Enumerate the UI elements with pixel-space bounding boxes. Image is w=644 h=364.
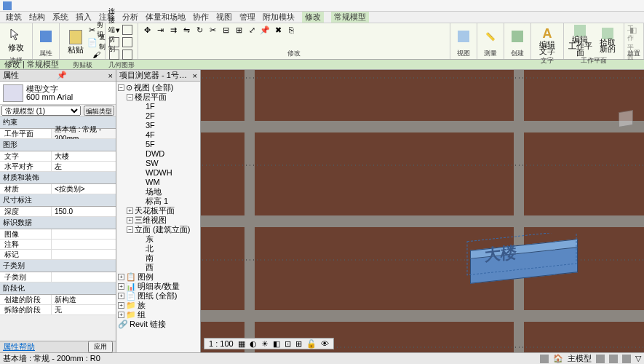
rotate-icon[interactable]: ↻ (194, 24, 205, 36)
copy2-icon[interactable]: ⎘ (285, 24, 297, 36)
sb-icon-2[interactable] (596, 355, 605, 363)
tree-legends[interactable]: +📋 图例 (118, 272, 199, 282)
tree-links[interactable]: 🔗 Revit 链接 (118, 320, 199, 329)
mark-val[interactable] (51, 250, 116, 259)
mirror-icon[interactable]: ⇋ (180, 24, 192, 36)
filter-icon[interactable]: ▽ (635, 354, 641, 363)
prop-group-phasing[interactable]: 阶段化 (0, 282, 116, 295)
3d-viewport[interactable]: 大楼 1 : 100 ▦ ◐ ☀ ◧ ⊡ ⊞ 🔓 👁 (201, 70, 644, 352)
match-button[interactable]: 🖌 (90, 49, 102, 60)
tree-families[interactable]: +📁 族 (118, 301, 199, 310)
crop-visible-icon[interactable]: ⊞ (294, 339, 303, 349)
material-val[interactable]: <按类别> (51, 184, 116, 194)
array-icon[interactable]: ⊞ (233, 24, 245, 36)
status-model-icon[interactable]: 🏠 (553, 354, 563, 363)
geom-btn2[interactable] (108, 36, 120, 48)
tree-views[interactable]: −⊙ 视图 (全部) (118, 83, 199, 92)
geom-btn6[interactable] (122, 49, 133, 60)
scale-icon[interactable]: ⤢ (246, 24, 258, 36)
move-icon[interactable]: ✥ (141, 24, 153, 36)
close-icon[interactable]: × (108, 71, 113, 80)
sb-icon-3[interactable] (609, 355, 618, 363)
edit-type-button[interactable]: 编辑类型 (84, 106, 114, 116)
apply-button[interactable]: 应用 (88, 341, 113, 353)
hide-icon[interactable]: 👁 (319, 339, 330, 348)
tree-floorplans[interactable]: −楼层平面 (127, 92, 199, 102)
tree-floor-item[interactable]: WDWH (135, 168, 199, 178)
prop-group-materials[interactable]: 材质和装饰 (0, 172, 116, 184)
halign-val[interactable]: 左 (51, 162, 116, 171)
edit-text-button[interactable]: A 编辑 文字 (534, 24, 560, 56)
prop-group-identity[interactable]: 标识数据 (0, 217, 116, 229)
sun-path-icon[interactable]: ☀ (260, 339, 270, 349)
tree-floor-item[interactable]: DWD (135, 149, 199, 159)
lock-icon[interactable]: 🔓 (305, 339, 318, 349)
edit-workplane-button[interactable]: 编辑 工作平面 (567, 24, 593, 56)
scale-control[interactable]: 1 : 100 (207, 339, 235, 348)
phase-created-val[interactable]: 新构造 (51, 295, 116, 304)
phase-demo-val[interactable]: 无 (51, 305, 116, 314)
tab-system[interactable]: 系统 (52, 12, 68, 23)
split-icon[interactable]: ⊟ (220, 24, 231, 36)
tab-manage[interactable]: 管理 (239, 12, 255, 23)
tree-elevations[interactable]: −立面 (建筑立面) (127, 225, 199, 234)
trim-icon[interactable]: ✂ (207, 24, 218, 36)
shadows-icon[interactable]: ◧ (271, 339, 282, 349)
join-cut-button[interactable]: 连接端切割 ▾ (108, 24, 120, 36)
browser-close-icon[interactable]: × (193, 71, 197, 80)
properties-button[interactable] (36, 26, 56, 47)
align-icon[interactable]: ⇥ (154, 24, 166, 36)
pick-new-button[interactable]: 拾取 新的 (595, 24, 621, 56)
paste-button[interactable]: 粘贴 (63, 26, 89, 58)
instance-filter[interactable]: 常规模型 (1) (1, 106, 81, 116)
delete-icon[interactable]: ✖ (272, 24, 284, 36)
tree-floor-item[interactable]: SW (135, 159, 199, 168)
tab-modify[interactable]: 修改 (302, 12, 324, 23)
text-val[interactable]: 大楼 (51, 151, 116, 161)
detail-level-icon[interactable]: ▦ (236, 339, 247, 349)
prop-group-graphics[interactable]: 图形 (0, 139, 116, 151)
tab-addons[interactable]: 附加模块 (263, 12, 295, 23)
properties-help-link[interactable]: 属性帮助 (3, 341, 35, 352)
sb-icon-4[interactable] (622, 355, 631, 363)
offset-icon[interactable]: ⇉ (167, 24, 179, 36)
tree-floor-item[interactable]: 标高 1 (135, 197, 199, 206)
tree-floor-item[interactable]: 3F (135, 121, 199, 130)
prop-group-dimensions[interactable]: 尺寸标注 (0, 194, 116, 207)
tree-elev-item[interactable]: 东 (135, 234, 199, 244)
selected-model-text[interactable]: 大楼 (470, 237, 581, 281)
image-val[interactable] (51, 229, 116, 239)
create-button[interactable] (507, 26, 528, 47)
tab-view[interactable]: 视图 (216, 12, 232, 23)
sb-icon-1[interactable] (540, 355, 549, 363)
tab-insert[interactable]: 插入 (76, 12, 92, 23)
subcat-val[interactable] (51, 272, 116, 282)
pin-icon[interactable]: 📌 (57, 71, 67, 80)
geom-btn5[interactable] (122, 36, 133, 48)
prop-group-subcat[interactable]: 子类别 (0, 260, 116, 272)
tree-floor-item[interactable]: WM (135, 178, 199, 187)
geom-btn4[interactable] (122, 24, 133, 36)
comment-val[interactable] (51, 240, 116, 249)
depth-val[interactable]: 150.0 (51, 207, 116, 216)
tree-groups[interactable]: +📁 组 (118, 310, 199, 320)
view-button[interactable] (453, 26, 474, 47)
modify-button[interactable]: 修改 (3, 24, 29, 56)
tree-schedules[interactable]: +📊 明细表/数量 (118, 282, 199, 291)
tree-elev-item[interactable]: 西 (135, 263, 199, 272)
tree-ceiling[interactable]: +天花板平面 (127, 206, 199, 215)
type-selector[interactable]: 模型文字 600 mm Arial (0, 82, 116, 105)
tree-floor-item[interactable]: 1F (135, 102, 199, 111)
crop-icon[interactable]: ⊡ (283, 339, 293, 349)
tree-elev-item[interactable]: 南 (135, 253, 199, 263)
tab-collab[interactable]: 协作 (193, 12, 209, 23)
measure-button[interactable]: 📏 (480, 26, 501, 47)
view-cube[interactable] (613, 106, 638, 131)
tree-sheets[interactable]: +📄 图纸 (全部) (118, 291, 199, 301)
geom-btn3[interactable] (108, 49, 120, 60)
pin-icon[interactable]: 📌 (259, 24, 271, 36)
tab-arch[interactable]: 建筑 (6, 12, 22, 23)
visual-style-icon[interactable]: ◐ (248, 339, 258, 349)
tab-struct[interactable]: 结构 (29, 12, 45, 23)
tab-analyze[interactable]: 分析 (122, 12, 138, 23)
